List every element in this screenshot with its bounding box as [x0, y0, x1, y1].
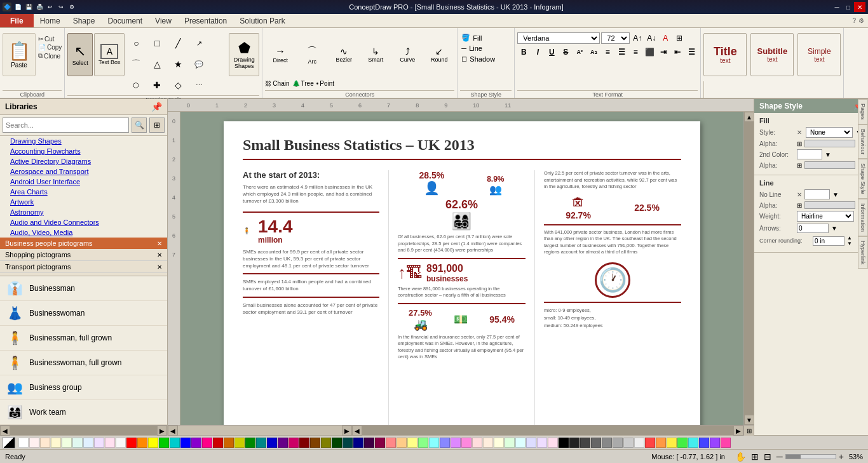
color-swatch[interactable] [353, 438, 363, 448]
arrows-dropdown[interactable]: ▼ [831, 225, 837, 232]
color-swatch[interactable] [224, 438, 234, 448]
font-color-button[interactable]: A [659, 32, 672, 44]
color-swatch[interactable] [159, 438, 169, 448]
indent-button[interactable]: ⇥ [657, 46, 670, 58]
list-button[interactable]: ☰ [685, 46, 698, 58]
scroll-h-thumb-left[interactable] [178, 426, 342, 435]
more-tool[interactable]: ⋯ [189, 75, 209, 95]
color-swatch[interactable] [62, 438, 72, 448]
lib-artwork[interactable]: Artwork [0, 197, 167, 207]
lib-group-business-close[interactable]: ✕ [157, 240, 162, 247]
zoom-slider[interactable] [785, 454, 836, 459]
scroll-down-button[interactable]: ▼ [744, 415, 754, 425]
color-swatch[interactable] [667, 438, 677, 448]
rect-tool[interactable]: □ [147, 33, 167, 53]
color-swatch[interactable] [94, 438, 104, 448]
color-swatch[interactable] [51, 438, 61, 448]
lib-group-transport-close[interactable]: ✕ [157, 264, 162, 271]
shadow-button[interactable]: ◻ Shadow [460, 54, 512, 64]
cross-tool[interactable]: ✚ [147, 75, 167, 95]
color-swatch[interactable] [342, 438, 353, 448]
color-swatch[interactable] [386, 438, 396, 448]
select-button[interactable]: ↖ Select [67, 33, 93, 76]
color-swatch[interactable] [407, 438, 417, 448]
color-swatch[interactable] [721, 438, 731, 448]
bezier-button[interactable]: ∿ Bezier [329, 33, 359, 76]
lib-audio-video-media[interactable]: Audio, Video, Media [0, 227, 167, 238]
copy-button[interactable]: 📄 Copy [38, 44, 62, 51]
second-alpha-slider[interactable] [804, 161, 855, 169]
scroll-left-button[interactable]: ◀ [168, 426, 178, 436]
font-grow-button[interactable]: A↑ [631, 32, 644, 44]
line-alpha-slider[interactable] [804, 201, 855, 209]
title-text-style[interactable]: Title text [703, 33, 747, 76]
color-swatch[interactable] [710, 438, 720, 448]
callout-tool[interactable]: 💬 [189, 54, 209, 74]
cut-button[interactable]: ✂ Cut [38, 36, 62, 43]
arrows-input[interactable] [797, 224, 829, 233]
fill-button[interactable]: 🪣 Fill [460, 33, 512, 43]
polyline-tool[interactable]: ↗ [189, 33, 209, 53]
color-swatch[interactable] [515, 438, 526, 448]
color-swatch[interactable] [245, 438, 255, 448]
lib-aerospace[interactable]: Aerospace and Transport [0, 166, 167, 177]
color-swatch[interactable] [613, 438, 623, 448]
star-tool[interactable]: ★ [168, 54, 188, 74]
more-font-button[interactable]: ⊞ [673, 32, 686, 44]
help-icon[interactable]: ? [852, 17, 856, 24]
undo-icon[interactable]: ↩ [46, 3, 55, 11]
shape-style-tab[interactable]: Shape Style [858, 159, 868, 199]
close-button[interactable]: ✕ [854, 2, 865, 12]
color-swatch[interactable] [429, 438, 439, 448]
color-swatch[interactable] [299, 438, 309, 448]
color-swatch[interactable] [267, 438, 277, 448]
font-size-select[interactable]: 72 [601, 32, 630, 44]
library-search-input[interactable] [3, 117, 129, 133]
color-swatch[interactable] [591, 438, 601, 448]
color-swatch[interactable] [526, 438, 536, 448]
shape-menu[interactable]: Shape [67, 14, 102, 27]
library-search-button[interactable]: 🔍 [132, 117, 147, 133]
text-box-button[interactable]: A Text Box [94, 33, 125, 76]
triangle-tool[interactable]: △ [147, 54, 167, 74]
color-swatch[interactable] [29, 438, 39, 448]
no-color-swatch[interactable] [3, 437, 15, 448]
line-tool[interactable]: ╱ [168, 33, 188, 53]
color-swatch[interactable] [440, 438, 450, 448]
second-color-swatch[interactable] [797, 149, 822, 159]
font-face-select[interactable]: Verdana [517, 32, 600, 44]
second-color-dropdown[interactable]: ▼ [825, 151, 831, 158]
subtitle-text-style[interactable]: Subtitle text [750, 33, 794, 76]
presentation-menu[interactable]: Presentation [178, 14, 233, 27]
paste-button[interactable]: 📋 Paste [3, 33, 36, 76]
color-swatch[interactable] [170, 438, 180, 448]
color-swatch[interactable] [461, 438, 471, 448]
lib-scroll-right[interactable]: ▶ [157, 426, 167, 436]
home-menu[interactable]: Home [34, 14, 67, 27]
align-right-button[interactable]: ≡ [629, 46, 642, 58]
color-swatch[interactable] [505, 438, 515, 448]
align-center-button[interactable]: ☰ [615, 46, 628, 58]
color-swatch[interactable] [602, 438, 612, 448]
lib-audio-video[interactable]: Audio and Video Connectors [0, 217, 167, 227]
smart-button[interactable]: ↳ Smart [360, 33, 391, 76]
zoom-out-button[interactable]: ─ [776, 452, 783, 462]
file-menu[interactable]: File [0, 14, 34, 27]
shape-work-team[interactable]: 👨‍👩‍👧 Work team [0, 400, 167, 425]
color-swatch[interactable] [688, 438, 698, 448]
diamond-tool[interactable]: ◇ [168, 75, 188, 95]
fill-alpha-slider[interactable] [804, 140, 855, 147]
color-swatch[interactable] [234, 438, 245, 448]
lib-scroll-thumb[interactable] [10, 426, 157, 435]
color-swatch[interactable] [191, 438, 201, 448]
justify-button[interactable]: ⬛ [643, 46, 656, 58]
arc-shape-tool[interactable]: ⌒ [126, 54, 146, 74]
line-style-button[interactable]: ─ Line [460, 44, 512, 53]
corner-down[interactable]: ▼ [847, 241, 852, 246]
ellipse-tool[interactable]: ○ [126, 33, 146, 53]
fill-style-select[interactable]: None [806, 127, 853, 138]
canvas-viewport[interactable]: Small Business Statistics – UK 2013 At t… [180, 112, 743, 425]
curve-button[interactable]: ⤴ Curve [392, 33, 423, 76]
shape-businesswoman[interactable]: 👗 Businesswoman [0, 301, 167, 326]
color-swatch[interactable] [321, 438, 331, 448]
